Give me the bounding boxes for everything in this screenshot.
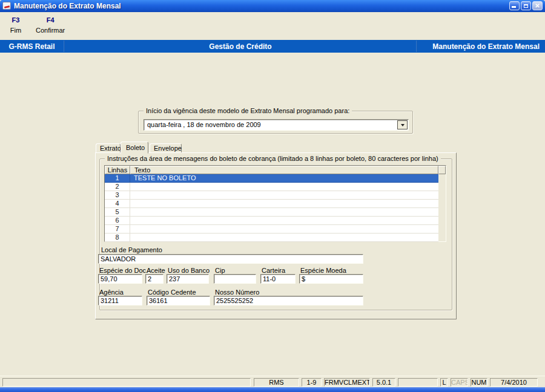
local-pagamento-input[interactable] [98,254,363,264]
window-title: Manutenção do Extrato Mensal [14,2,121,10]
row-number: 8 [105,234,130,241]
menu-band: G-RMS Retail Gestão de Crédito Manutençã… [0,40,545,53]
aceite-input[interactable] [145,274,164,284]
confirmar-button[interactable]: F4 Confirmar [31,14,69,40]
row-text [130,234,438,241]
confirmar-label: Confirmar [36,26,65,35]
table-row[interactable]: 2 [105,183,438,191]
status-panel-form: FRMVCLMEXTM [324,378,370,387]
confirmar-fkey: F4 [36,16,65,24]
toolbar: F3 Fim F4 Confirmar [0,12,545,40]
module-title: Gestão de Crédito [65,42,416,51]
minimize-button[interactable] [509,1,520,10]
nosso-numero-input[interactable] [214,296,363,305]
row-text [130,191,438,199]
status-panel-blank [398,378,438,387]
status-panel-system: RMS [254,378,299,387]
fim-button[interactable]: F3 Fim [2,14,29,40]
row-text [130,200,438,207]
status-panel-caps: CAPS [451,378,468,387]
window-controls: ✕ [509,1,543,10]
minimize-icon [512,6,516,8]
status-panel-date: 7/4/2010 [490,378,538,387]
row-text: TESTE NO BOLETO [130,174,438,182]
application-window: Manutenção do Extrato Mensal ✕ F3 Fim F4… [0,0,545,392]
status-panel-message [2,378,251,387]
row-number: 2 [105,183,130,191]
table-row[interactable]: 6 [105,217,438,225]
status-panel-num: NUM [471,378,487,387]
row-text [130,183,438,191]
row-number: 3 [105,191,130,199]
agencia-input[interactable] [98,296,142,305]
header-texto: Texto [130,166,438,174]
row-number: 4 [105,200,130,207]
codigo-cedente-input[interactable] [147,296,210,305]
row-number: 6 [105,217,130,224]
nosso-numero-label: Nosso Número [215,289,259,296]
close-icon: ✕ [535,3,540,9]
taskbar-strip [0,387,545,392]
table-row[interactable]: 1 TESTE NO BOLETO [105,174,438,183]
row-number: 1 [105,174,130,182]
vigencia-group-label: Início da vigência deste modelo de Extra… [144,107,352,114]
cip-label: Cip [215,267,225,274]
status-panel-version: 5.0.1 [372,378,395,387]
header-filler [438,166,446,174]
especie-doc-label: Espécie do Doc. [99,267,148,274]
table-body: 1 TESTE NO BOLETO 2 3 4 5 6 [105,174,438,242]
brand-label: G-RMS Retail [0,42,64,51]
cip-input[interactable] [214,274,256,284]
local-pagamento-label: Local de Pagamento [101,246,162,253]
status-panel-lang: L [440,378,448,387]
row-text [130,217,438,224]
especie-moeda-input[interactable] [299,274,363,284]
agencia-label: Agência [99,289,124,296]
vigencia-combobox[interactable]: quarta-feira , 18 de novembro de 2009 [144,119,409,131]
table-row[interactable]: 8 [105,234,438,242]
uso-banco-label: Uso do Banco [168,267,210,274]
tab-boleto[interactable]: Boleto [121,142,148,154]
carteira-label: Carteira [262,267,285,274]
table-row[interactable]: 7 [105,225,438,234]
carteira-input[interactable] [260,274,296,284]
codigo-cedente-label: Código Cedente [148,289,196,296]
combo-dropdown-button[interactable] [397,120,408,129]
mensagens-table: Linhas Texto 1 TESTE NO BOLETO 2 3 4 5 [104,165,446,242]
fim-fkey: F3 [7,16,25,24]
table-header: Linhas Texto [105,166,446,174]
screen-title: Manutenção do Extrato Mensal [417,42,545,51]
table-row[interactable]: 5 [105,208,438,217]
app-logo-icon [2,2,11,10]
status-bar: RMS 1-9 FRMVCLMEXTM 5.0.1 L CAPS NUM 7/4… [0,376,545,387]
row-text [130,208,438,216]
table-row[interactable]: 3 [105,191,438,200]
fim-label: Fim [7,26,25,35]
title-bar: Manutenção do Extrato Mensal ✕ [0,0,545,12]
especie-doc-input[interactable] [98,274,142,284]
table-row[interactable]: 4 [105,200,438,208]
aceite-label: Aceite [147,267,165,274]
row-number: 7 [105,225,130,233]
instrucoes-group-label: Instruções da área de mensagens do bolet… [105,155,441,162]
restore-button[interactable] [521,1,531,10]
especie-moeda-label: Espécie Moeda [300,267,346,274]
row-text [130,225,438,233]
row-number: 5 [105,208,130,216]
close-button[interactable]: ✕ [532,1,543,10]
header-linhas: Linhas [105,166,130,174]
vigencia-groupbox: Início da vigência deste modelo de Extra… [138,111,413,134]
chevron-down-icon [401,124,405,128]
uso-banco-input[interactable] [167,274,209,284]
status-panel-range: 1-9 [302,378,322,387]
restore-icon [524,4,528,8]
vigencia-combo-value: quarta-feira , 18 de novembro de 2009 [147,121,261,128]
